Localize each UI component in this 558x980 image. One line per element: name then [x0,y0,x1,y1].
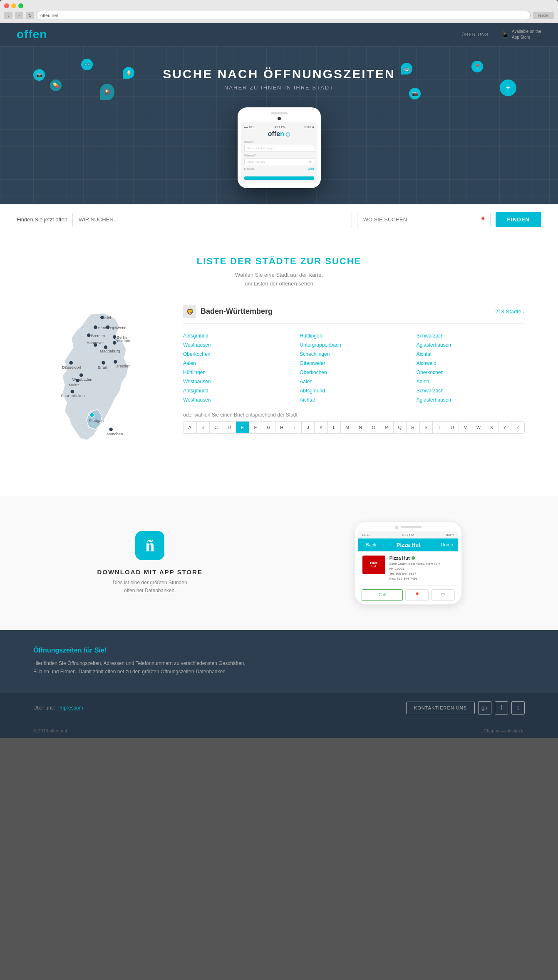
biz-header: PizzaHut Pizza Hut 5599 Cotton Bear Road… [358,551,458,586]
map-pin[interactable]: 📷 [409,88,421,99]
favorite-button[interactable]: ♡ [431,589,455,601]
alphabet-letter-k[interactable]: K [315,422,328,433]
biz-logo: PizzaHut [362,556,385,574]
search-button[interactable]: FINDEN [496,212,541,227]
phone-search-btn[interactable] [244,176,314,180]
alphabet-letter-z[interactable]: Z [511,422,524,433]
city-link[interactable]: Hüttlingen [183,369,291,376]
city-link[interactable]: Aalen [300,378,408,385]
alphabet-letter-u[interactable]: U [446,422,459,433]
city-link[interactable]: Westhausen [183,341,291,349]
alphabet-letter-r[interactable]: R [407,422,420,433]
contact-button[interactable]: KONTAKTIEREN UNS [406,702,475,714]
search-where-input[interactable] [357,212,491,227]
biz-info: Pizza Hut 5599 Cotton Bear Road, New Yor… [389,556,440,581]
alphabet-letter-q[interactable]: Q [394,422,407,433]
svg-point-24 [76,379,79,382]
map-pin[interactable]: 📍 [471,61,483,72]
map-pin[interactable]: 📷 [33,69,45,81]
map-pin[interactable]: 🚌 [401,63,412,74]
facebook-button[interactable]: f [495,701,508,715]
alphabet-letter-i[interactable]: I [288,422,302,433]
city-link[interactable]: Untergruppenbach [300,341,408,349]
uber-uns-link[interactable]: ÜBER UNS [461,32,489,37]
map-pin[interactable]: 🎴 [100,84,114,100]
biz-name: Pizza Hut [389,556,440,561]
search-what-input[interactable] [72,212,352,227]
home-btn[interactable]: Home [441,542,453,547]
alphabet-letter-x[interactable]: X [485,422,498,433]
alphabet-section: oder wählen Sie einen Brief entsprechend… [183,412,525,434]
alphabet-letter-h[interactable]: H [275,422,289,433]
alphabet-letter-s[interactable]: S [420,422,433,433]
city-link[interactable]: Abtsgmünd [300,387,408,394]
map-pin[interactable]: 🍦 [123,67,134,79]
city-link[interactable]: Aalen [183,360,291,367]
city-link[interactable]: Abtsgmünd [183,387,291,394]
alphabet-letter-l[interactable]: L [328,422,341,433]
alphabet-letter-j[interactable]: J [302,422,315,433]
map-pin[interactable]: 💊 [50,79,62,91]
impressum-link[interactable]: Impressum [58,705,83,711]
city-link[interactable]: Schechlingen [300,350,408,358]
region-name: Baden-Württemberg [201,307,273,316]
alphabet-letter-y[interactable]: Y [498,422,512,433]
google-plus-button[interactable]: g+ [478,701,491,715]
alphabet-letter-o[interactable]: O [367,422,380,433]
map-pin[interactable]: 👓 [81,59,93,70]
alphabet-letter-e[interactable]: E [236,422,249,433]
app-store-button[interactable]: 📱 Available on theApp Store [501,29,541,40]
download-left: ñ DOWNLOAD MIT APP STORE Dies ist eine d… [33,531,267,595]
top-navigation: offen ÜBER UNS 📱 Available on theApp Sto… [0,23,558,46]
location-button[interactable]: 📍 [405,589,429,601]
city-link[interactable]: Hüttlingen [300,332,408,340]
refresh-button[interactable]: ↻ [26,12,34,19]
back-btn[interactable]: ‹ Back [363,542,376,547]
alphabet-letter-a[interactable]: A [184,422,197,433]
city-link[interactable]: Schwarzach [417,332,525,340]
city-link[interactable]: Westhausen [183,378,291,385]
alphabet-label: oder wählen Sie einen Brief entsprechend… [183,412,525,418]
minimize-btn[interactable] [11,3,16,8]
alphabet-letter-t[interactable]: T [433,422,446,433]
alphabet-letter-m[interactable]: M [341,422,354,433]
city-link[interactable]: Ottersweier [300,360,408,367]
city-link[interactable]: Aichtal [300,396,408,404]
city-link[interactable]: Aglasterhausen [417,341,525,349]
city-link[interactable]: Oberkochen [300,369,408,376]
alphabet-letter-g[interactable]: G [262,422,275,433]
alphabet-letter-f[interactable]: F [249,422,263,433]
maximize-btn[interactable] [18,3,23,8]
svg-text:Postdam: Postdam [114,338,130,342]
city-link[interactable]: Oberkochen [183,350,291,358]
city-link[interactable]: Aalen [417,378,525,385]
city-link[interactable]: Westhausen [183,396,291,404]
city-link[interactable]: Aichtal [417,350,525,358]
back-button[interactable]: ‹ [4,12,12,19]
alphabet-letter-w[interactable]: W [472,422,486,433]
city-link[interactable]: Aichwald [417,360,525,367]
svg-point-16 [69,361,73,365]
twitter-button[interactable]: t [511,701,525,715]
city-link[interactable]: Schwarzach [417,387,525,394]
city-link[interactable]: Abtsgmünd [183,332,291,340]
alphabet-letter-p[interactable]: P [380,422,394,433]
alphabet-letter-c[interactable]: C [210,422,223,433]
map-pin[interactable]: ✈ [500,79,516,96]
alphabet-letter-d[interactable]: D [223,422,236,433]
call-button[interactable]: Call [362,589,403,601]
open-indicator [412,556,415,560]
alphabet-letter-v[interactable]: V [459,422,472,433]
reader-button[interactable]: reader [533,12,554,19]
address-bar[interactable]: offen.net [37,11,531,20]
city-link[interactable]: Aglasterhausen [417,396,525,404]
alphabet-letter-b[interactable]: B [197,422,210,433]
region-count[interactable]: 213 Städte › [495,308,525,315]
forward-button[interactable]: › [15,12,23,19]
logo[interactable]: offen [17,28,47,41]
nav-right: ÜBER UNS 📱 Available on theApp Store [461,29,541,40]
alphabet-letter-n[interactable]: N [354,422,367,433]
close-btn[interactable] [4,3,9,8]
city-link[interactable]: Oberkochen [417,369,525,376]
design-credit: Chapps — design it! [484,728,525,733]
